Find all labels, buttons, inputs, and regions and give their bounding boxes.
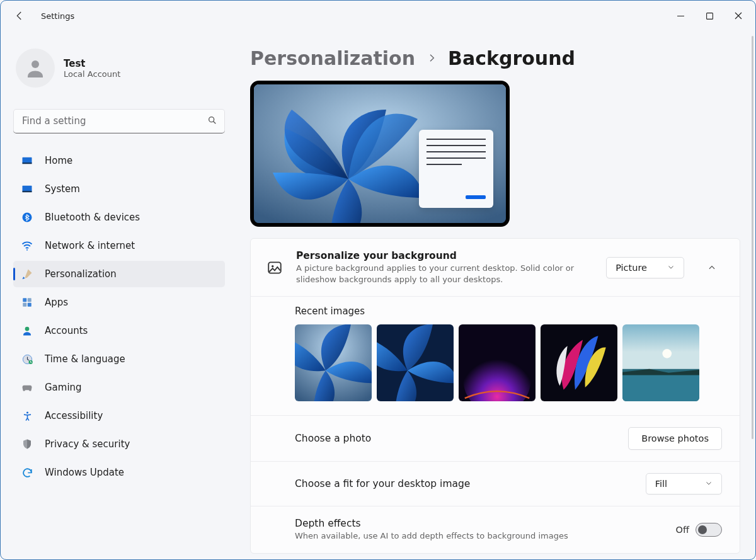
svg-rect-12	[28, 303, 32, 307]
svg-point-13	[25, 327, 30, 331]
sidebar-item-label: Bluetooth & devices	[45, 212, 140, 223]
clock-icon	[21, 353, 33, 365]
sidebar-item-time[interactable]: Time & language	[13, 346, 225, 372]
minimize-icon	[677, 13, 684, 20]
chevron-down-icon	[705, 479, 713, 489]
sidebar-item-update[interactable]: Windows Update	[13, 459, 225, 486]
paintbrush-icon	[21, 268, 33, 280]
depth-toggle[interactable]	[696, 523, 722, 537]
app-title: Settings	[41, 11, 74, 21]
choose-fit-title: Choose a fit for your desktop image	[295, 478, 633, 489]
choose-photo-title: Choose a photo	[295, 433, 616, 444]
sidebar-item-label: Apps	[45, 297, 68, 308]
sidebar-item-label: Time & language	[45, 353, 125, 365]
vertical-scrollbar[interactable]	[750, 36, 754, 489]
arrow-left-icon	[14, 10, 25, 21]
recent-image-1[interactable]	[295, 324, 372, 401]
depth-effects-row: Depth effects When available, use AI to …	[251, 506, 740, 553]
svg-rect-10	[28, 298, 32, 302]
svg-point-26	[662, 349, 672, 358]
account-type: Local Account	[64, 69, 120, 79]
svg-rect-6	[23, 191, 32, 192]
sidebar-item-accounts[interactable]: Accounts	[13, 317, 225, 344]
svg-rect-28	[622, 375, 699, 401]
sidebar-item-network[interactable]: Network & internet	[13, 232, 225, 259]
personalize-desc: A picture background applies to your cur…	[296, 263, 586, 285]
accounts-icon	[21, 324, 33, 337]
wifi-icon	[21, 239, 33, 252]
fit-select[interactable]: Fill	[646, 473, 722, 494]
sidebar-item-bluetooth[interactable]: Bluetooth & devices	[13, 204, 225, 231]
svg-rect-11	[23, 303, 26, 307]
maximize-icon	[706, 13, 713, 20]
sidebar-item-label: Accessibility	[45, 410, 103, 421]
svg-point-2	[209, 117, 214, 122]
close-button[interactable]	[724, 6, 753, 26]
chevron-right-icon	[427, 50, 437, 66]
maximize-button[interactable]	[695, 6, 724, 26]
collapse-expander[interactable]	[702, 263, 722, 272]
svg-rect-9	[23, 298, 26, 302]
depth-title: Depth effects	[295, 518, 663, 529]
background-type-select[interactable]: Picture	[606, 257, 684, 278]
breadcrumb: Personalization Background	[250, 47, 740, 69]
chevron-up-icon	[707, 263, 716, 272]
sidebar-item-label: Windows Update	[45, 467, 124, 478]
recent-images-title: Recent images	[295, 306, 724, 317]
person-icon	[24, 57, 47, 79]
account-block[interactable]: Test Local Account	[13, 46, 225, 99]
choose-photo-row: Choose a photo Browse photos	[251, 415, 740, 461]
personalize-row: Personalize your background A picture ba…	[251, 239, 740, 296]
accessibility-icon	[21, 409, 33, 422]
sidebar-item-apps[interactable]: Apps	[13, 289, 225, 316]
shield-icon	[21, 438, 33, 450]
avatar	[16, 49, 55, 88]
personalize-title: Personalize your background	[296, 250, 593, 261]
svg-rect-4	[23, 163, 32, 164]
sidebar-item-label: Gaming	[45, 382, 82, 393]
sidebar-item-label: Personalization	[45, 268, 117, 280]
toggle-knob	[698, 525, 707, 534]
choose-fit-row: Choose a fit for your desktop image Fill	[251, 461, 740, 506]
search-icon	[207, 115, 217, 128]
back-button[interactable]	[9, 6, 30, 26]
close-icon	[735, 12, 742, 20]
sidebar-item-gaming[interactable]: Gaming	[13, 374, 225, 401]
sidebar-item-home[interactable]: Home	[13, 147, 225, 174]
depth-desc: When available, use AI to add depth effe…	[295, 530, 663, 542]
browse-photos-button[interactable]: Browse photos	[628, 427, 722, 450]
desktop-preview	[250, 81, 510, 227]
chevron-down-icon	[667, 263, 675, 273]
sidebar-item-personalization[interactable]: Personalization	[13, 261, 225, 287]
breadcrumb-current: Background	[448, 47, 575, 69]
main-content: Personalization Background	[235, 31, 755, 559]
select-value: Fill	[655, 479, 667, 489]
sidebar-item-accessibility[interactable]: Accessibility	[13, 403, 225, 429]
account-name: Test	[64, 58, 120, 69]
recent-image-4[interactable]	[541, 324, 617, 401]
system-icon	[21, 183, 33, 195]
gamepad-icon	[21, 381, 33, 394]
nav: Home System Bluetooth & devices Network …	[13, 147, 225, 486]
sidebar-item-label: Home	[45, 155, 72, 166]
svg-point-16	[26, 411, 28, 413]
picture-icon	[266, 259, 284, 277]
toggle-state-label: Off	[676, 525, 689, 535]
button-label: Browse photos	[641, 433, 709, 443]
breadcrumb-parent[interactable]: Personalization	[250, 47, 415, 69]
minimize-button[interactable]	[666, 6, 695, 26]
svg-point-8	[26, 249, 28, 251]
sidebar-item-system[interactable]: System	[13, 176, 225, 202]
sidebar-item-label: Privacy & security	[45, 438, 130, 450]
background-settings-card: Personalize your background A picture ba…	[250, 238, 740, 554]
recent-image-2[interactable]	[377, 324, 454, 401]
preview-sample-window	[419, 130, 493, 208]
sidebar-item-privacy[interactable]: Privacy & security	[13, 431, 225, 457]
search-input[interactable]	[13, 109, 225, 134]
recent-image-3[interactable]	[459, 324, 536, 401]
recent-image-5[interactable]	[622, 324, 699, 401]
sidebar-item-label: Accounts	[45, 325, 88, 336]
svg-rect-25	[622, 324, 699, 370]
svg-rect-0	[706, 13, 713, 19]
svg-point-19	[272, 265, 273, 267]
